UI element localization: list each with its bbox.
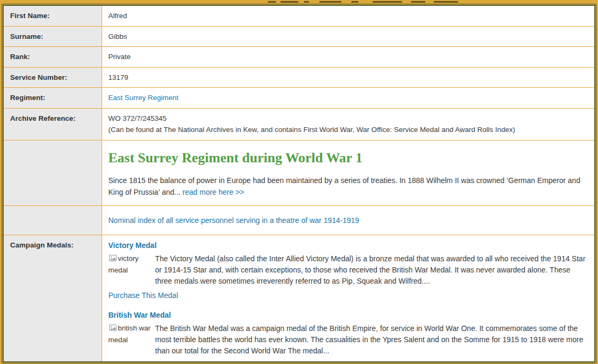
header-cutoff-remnants xyxy=(0,0,598,4)
soldier-record-table: First Name: Alfred Surname: Gibbs Rank: … xyxy=(4,6,594,362)
table-row-surname: Surname: Gibbs xyxy=(4,26,594,47)
empty-label-cell xyxy=(4,205,102,235)
field-label: Surname: xyxy=(4,26,102,47)
table-row-rank: Rank: Private xyxy=(4,47,594,68)
purchase-victory-medal-link[interactable]: Purchase This Medal xyxy=(109,290,178,301)
regiment-article-title: East Surrey Regiment during World War 1 xyxy=(109,148,588,168)
table-row-service-number: Service Number: 13179 xyxy=(4,67,594,88)
field-value: Private xyxy=(102,47,594,68)
remnant-mark xyxy=(411,1,426,3)
field-value: Alfred xyxy=(102,6,594,26)
british-war-medal-link[interactable]: British War Medal xyxy=(109,310,171,320)
broken-image-icon xyxy=(109,324,117,335)
field-label: First Name: xyxy=(4,6,102,26)
regiment-link[interactable]: East Surrey Regiment xyxy=(109,94,179,102)
remnant-mark xyxy=(304,1,309,3)
british-war-medal-broken-image: british war medal xyxy=(109,323,155,345)
nominal-index-link[interactable]: Nominal index of all service personnel s… xyxy=(109,216,360,225)
purchase-british-war-medal-link[interactable]: Purchase This Medal xyxy=(109,360,178,362)
medal-item-victory: Victory Medal victory medal The Victory … xyxy=(109,240,588,301)
table-row-regiment-article: East Surrey Regiment during World War 1 … xyxy=(4,140,594,205)
field-label: Campaign Medals: xyxy=(4,235,102,362)
regiment-article-text: Since 1815 the balance of power in Europ… xyxy=(109,176,580,196)
remnant-mark xyxy=(319,1,342,3)
field-label: Rank: xyxy=(4,47,102,68)
remnant-mark xyxy=(268,1,276,3)
record-panel: First Name: Alfred Surname: Gibbs Rank: … xyxy=(3,5,595,362)
remnant-mark xyxy=(434,1,458,3)
field-label: Service Number: xyxy=(4,67,102,88)
table-row-regiment: Regiment: East Surrey Regiment xyxy=(4,88,594,109)
british-war-medal-description: The British War Medal was a campaign med… xyxy=(155,323,588,357)
field-value: 13179 xyxy=(102,67,594,88)
medal-item-british-war: British War Medal british war medal The … xyxy=(109,310,588,362)
archive-reference-note: (Can be found at The National Archives i… xyxy=(109,125,588,135)
table-row-nominal-index: Nominal index of all service personnel s… xyxy=(4,205,594,235)
remnant-mark xyxy=(351,1,359,3)
remnant-mark xyxy=(280,1,298,3)
victory-medal-broken-image: victory medal xyxy=(109,253,155,276)
remnant-mark xyxy=(372,1,402,3)
field-label: Archive Reference: xyxy=(4,108,102,140)
archive-reference-value: WO 372/7/245345 xyxy=(109,113,588,124)
read-more-link[interactable]: read more here >> xyxy=(182,188,244,196)
empty-label-cell xyxy=(4,140,102,205)
victory-medal-link[interactable]: Victory Medal xyxy=(109,240,157,251)
victory-medal-description: The Victory Medal (also called the Inter… xyxy=(155,253,588,287)
table-row-campaign-medals: Campaign Medals: Victory Medal victory m… xyxy=(4,235,594,362)
table-row-first-name: First Name: Alfred xyxy=(4,6,594,26)
broken-image-icon xyxy=(109,254,117,265)
table-row-archive-reference: Archive Reference: WO 372/7/245345 (Can … xyxy=(4,108,594,140)
regiment-article-summary: Since 1815 the balance of power in Europ… xyxy=(109,175,588,198)
field-label: Regiment: xyxy=(4,88,102,109)
field-value: Gibbs xyxy=(102,26,594,47)
